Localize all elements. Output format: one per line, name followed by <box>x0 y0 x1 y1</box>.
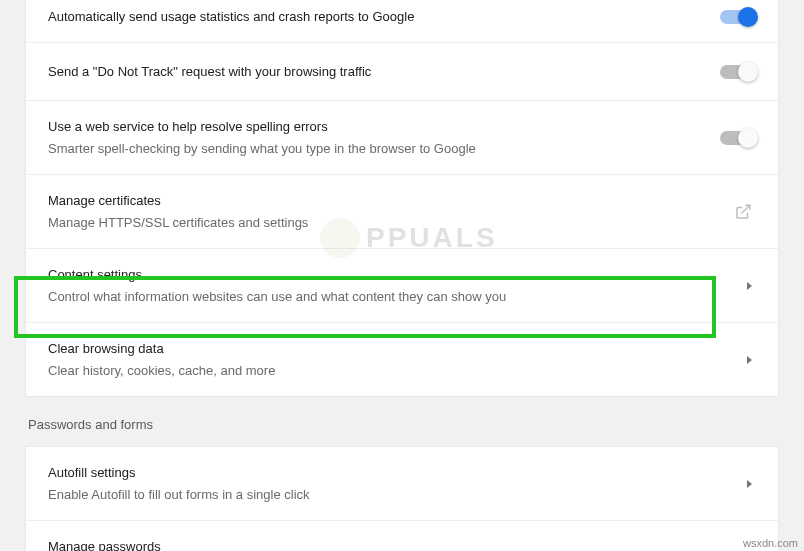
row-autofill[interactable]: Autofill settings Enable Autofill to fil… <box>26 447 778 521</box>
chevron-right-icon <box>747 282 752 290</box>
row-certs[interactable]: Manage certificates Manage HTTPS/SSL cer… <box>26 175 778 249</box>
spelling-title: Use a web service to help resolve spelli… <box>48 117 720 137</box>
passwords-section-header: Passwords and forms <box>0 397 804 446</box>
spelling-sub: Smarter spell-checking by sending what y… <box>48 139 720 159</box>
clear-sub: Clear history, cookies, cache, and more <box>48 361 747 381</box>
row-usage-stats: Automatically send usage statistics and … <box>26 0 778 43</box>
row-content-settings[interactable]: Content settings Control what informatio… <box>26 249 778 323</box>
content-sub: Control what information websites can us… <box>48 287 747 307</box>
certs-sub: Manage HTTPS/SSL certificates and settin… <box>48 213 734 233</box>
row-dnt: Send a "Do Not Track" request with your … <box>26 43 778 101</box>
usage-stats-title: Automatically send usage statistics and … <box>48 7 720 27</box>
certs-title: Manage certificates <box>48 191 734 211</box>
autofill-title: Autofill settings <box>48 463 747 483</box>
attribution-text: wsxdn.com <box>743 537 798 549</box>
autofill-sub: Enable Autofill to fill out forms in a s… <box>48 485 747 505</box>
content-title: Content settings <box>48 265 747 285</box>
external-link-icon <box>734 203 752 221</box>
dnt-title: Send a "Do Not Track" request with your … <box>48 62 720 82</box>
chevron-right-icon <box>747 480 752 488</box>
spelling-toggle[interactable] <box>720 131 756 145</box>
row-spelling: Use a web service to help resolve spelli… <box>26 101 778 175</box>
privacy-panel: Automatically send usage statistics and … <box>25 0 779 397</box>
clear-title: Clear browsing data <box>48 339 747 359</box>
dnt-toggle[interactable] <box>720 65 756 79</box>
row-manage-passwords[interactable]: Manage passwords Offer to save your web … <box>26 521 778 551</box>
usage-stats-toggle[interactable] <box>720 10 756 24</box>
row-clear-browsing-data[interactable]: Clear browsing data Clear history, cooki… <box>26 323 778 396</box>
passwords-panel: Autofill settings Enable Autofill to fil… <box>25 446 779 551</box>
chevron-right-icon <box>747 356 752 364</box>
manage-pw-title: Manage passwords <box>48 537 747 551</box>
